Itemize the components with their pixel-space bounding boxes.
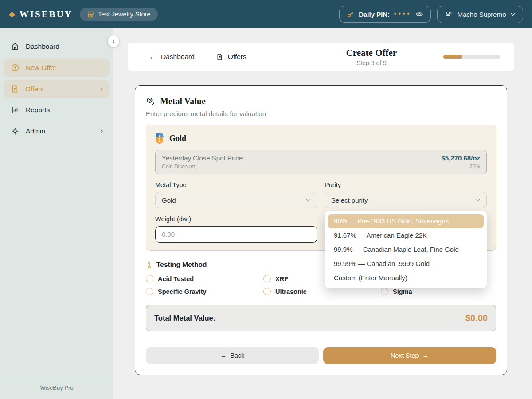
sidebar-item-offers[interactable]: Offers › — [4, 80, 110, 98]
home-icon — [11, 42, 20, 51]
spot-price-box: Yesterday Close Spot Price: $5,270.68/oz… — [155, 150, 487, 174]
purity-label: Purity — [325, 181, 487, 188]
users-icon — [445, 10, 453, 19]
plus-circle-icon — [11, 63, 20, 72]
key-icon — [347, 10, 355, 18]
sidebar-collapse-button[interactable]: ‹ — [108, 35, 119, 47]
chevron-down-icon — [475, 199, 480, 202]
purity-placeholder: Select purity — [331, 196, 368, 204]
breadcrumb-label: Offers — [228, 53, 246, 61]
total-value: $0.00 — [466, 313, 488, 323]
purity-option[interactable]: 99.99% — Canadian .9999 Gold — [328, 257, 484, 271]
gold-medal-icon: 1 — [155, 133, 164, 144]
purity-option[interactable]: 91.67% — American Eagle 22K — [328, 228, 484, 243]
radio-icon — [146, 275, 153, 282]
purity-option[interactable]: 99.9% — Canadian Maple Leaf, Fine Gold — [328, 243, 484, 257]
eye-icon — [415, 10, 423, 18]
chevron-down-icon — [306, 199, 311, 202]
sidebar: ‹ Dashboard New Offer Offers › — [0, 28, 113, 399]
radio-label: Specific Gravity — [158, 288, 207, 295]
user-menu[interactable]: Macho Supremo — [437, 6, 523, 23]
purity-select[interactable]: Select purity — [325, 192, 487, 208]
back-arrow-icon: ← — [149, 52, 156, 61]
radio-ultrasonic[interactable]: Ultrasonic — [263, 288, 381, 295]
chevron-down-icon — [510, 12, 516, 16]
section-subtitle: Enter precious metal details for valuati… — [146, 110, 496, 117]
coin-discount-label: Coin Discount: — [162, 164, 196, 170]
daily-pin-label: Daily PIN: — [359, 11, 390, 18]
next-button-label: Next Step — [391, 352, 419, 359]
radio-icon — [263, 275, 271, 282]
purity-option[interactable]: 90% — Pre-1933 US Gold, Sovereigns — [328, 214, 484, 228]
store-icon — [87, 11, 94, 18]
radio-label: Ultrasonic — [275, 288, 307, 295]
breadcrumb-label: Dashboard — [161, 53, 195, 61]
app-header: ◆ WISEBUY Test Jewelry Store Daily PIN: … — [0, 0, 532, 28]
metal-type-select[interactable]: Gold — [155, 192, 317, 208]
file-icon — [216, 53, 223, 61]
radio-icon — [146, 288, 153, 295]
progress-fill — [443, 55, 462, 59]
sidebar-item-label: Dashboard — [26, 43, 59, 51]
gold-title: Gold — [169, 134, 186, 143]
radio-label: Sigma — [393, 288, 412, 295]
coin-discount-value: 20% — [469, 164, 480, 170]
step-indicator: Step 3 of 9 — [346, 59, 397, 66]
page-title: Create Offer — [346, 47, 397, 59]
purity-dropdown: 90% — Pre-1933 US Gold, Sovereigns 91.67… — [325, 211, 487, 288]
pin-visibility-toggle[interactable] — [415, 10, 423, 18]
radio-icon — [263, 288, 271, 295]
metal-type-label: Metal Type — [155, 181, 317, 188]
breadcrumb-back-dashboard[interactable]: ← Dashboard — [149, 52, 195, 61]
metal-type-value: Gold — [162, 196, 176, 204]
next-step-button[interactable]: Next Step → — [323, 347, 496, 364]
main-content: ← Dashboard Offers Create Offer Step 3 o… — [113, 28, 532, 399]
store-badge-label: Test Jewelry Store — [98, 11, 150, 18]
sidebar-item-admin[interactable]: Admin › — [4, 122, 110, 141]
sidebar-item-new-offer[interactable]: New Offer — [4, 59, 110, 77]
purity-option[interactable]: Custom (Enter Manually) — [328, 271, 484, 285]
radio-label: XRF — [275, 275, 288, 282]
pin-dots: •••• — [394, 10, 411, 17]
testing-method-title: Testing Method — [156, 261, 207, 269]
back-button[interactable]: ← Back — [146, 347, 319, 364]
user-name: Macho Supremo — [457, 11, 506, 18]
back-arrow-icon: ← — [220, 352, 227, 359]
radio-label: Acid Tested — [158, 275, 194, 282]
store-badge[interactable]: Test Jewelry Store — [80, 8, 157, 21]
radio-sigma[interactable]: Sigma — [381, 288, 496, 295]
total-label: Total Metal Value: — [154, 314, 215, 322]
brand-name: WISEBUY — [20, 9, 73, 20]
total-metal-value: Total Metal Value: $0.00 — [146, 305, 496, 331]
spot-price-label: Yesterday Close Spot Price: — [162, 154, 244, 162]
chevron-right-icon: › — [101, 85, 103, 93]
chevron-right-icon: › — [101, 127, 103, 135]
radio-acid-tested[interactable]: Acid Tested — [146, 275, 263, 282]
coins-icon — [146, 97, 156, 106]
sidebar-item-label: Reports — [26, 106, 50, 114]
weight-input[interactable] — [155, 226, 317, 243]
metal-value-card: Metal Value Enter precious metal details… — [135, 85, 507, 375]
sidebar-item-label: Offers — [25, 85, 44, 93]
document-icon — [11, 85, 19, 93]
sidebar-item-reports[interactable]: Reports — [4, 101, 110, 119]
breadcrumb: ← Dashboard Offers Create Offer Step 3 o… — [128, 43, 514, 71]
gold-section: 1 Gold Yesterday Close Spot Price: $5,27… — [146, 125, 496, 251]
daily-pin-pill[interactable]: Daily PIN: •••• — [339, 6, 431, 23]
brand: ◆ WISEBUY — [9, 9, 73, 20]
section-title: Metal Value — [160, 96, 206, 106]
progress-bar — [443, 55, 500, 59]
radio-icon — [381, 288, 388, 295]
sidebar-item-label: New Offer — [26, 64, 57, 72]
sidebar-item-label: Admin — [26, 127, 45, 135]
next-arrow-icon: → — [422, 352, 429, 359]
diamond-logo-icon: ◆ — [9, 10, 15, 18]
radio-specific-gravity[interactable]: Specific Gravity — [146, 288, 263, 295]
back-button-label: Back — [230, 352, 244, 359]
spot-price-value: $5,270.68/oz — [441, 154, 480, 162]
bar-chart-icon — [11, 106, 20, 114]
breadcrumb-offers[interactable]: Offers — [216, 53, 246, 61]
sidebar-item-dashboard[interactable]: Dashboard — [4, 37, 110, 56]
gear-icon — [11, 127, 20, 136]
weight-label: Weight (dwt) — [155, 215, 317, 223]
